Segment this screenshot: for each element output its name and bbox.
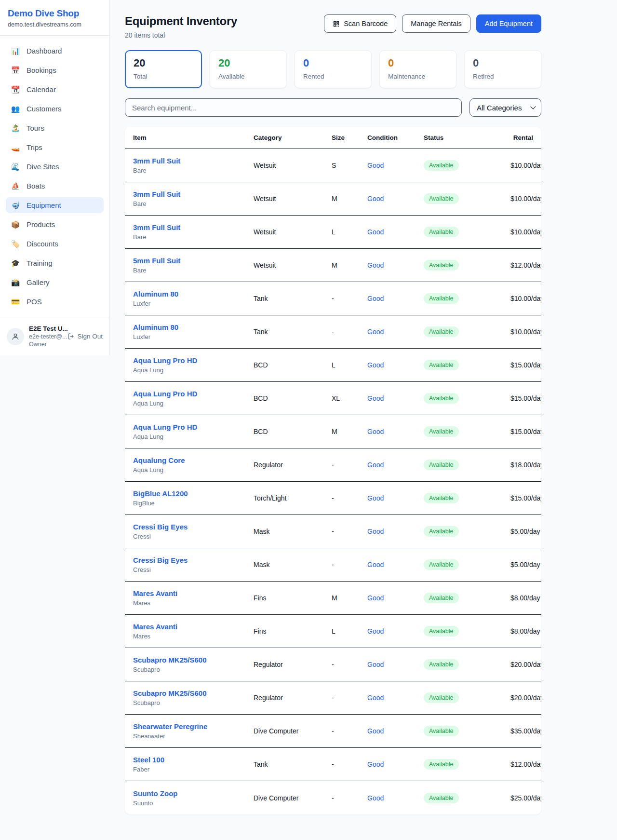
- condition-link[interactable]: Good: [367, 760, 384, 768]
- sidebar-item-dashboard[interactable]: 📊 Dashboard: [6, 43, 104, 59]
- page-title: Equipment Inventory: [125, 14, 237, 28]
- item-name-link[interactable]: 3mm Full Suit: [133, 157, 180, 165]
- scan-barcode-button[interactable]: Scan Barcode: [324, 14, 396, 33]
- stat-card-total[interactable]: 20 Total: [125, 50, 202, 88]
- manage-rentals-button[interactable]: Manage Rentals: [402, 14, 470, 33]
- brand-domain: demo.test.divestreams.com: [8, 21, 102, 28]
- sidebar-item-training[interactable]: 🎓 Training: [6, 255, 104, 271]
- item-category: BCD: [254, 361, 332, 369]
- condition-link[interactable]: Good: [367, 661, 384, 668]
- sidebar-item-label: Training: [27, 259, 53, 267]
- sidebar-item-equipment[interactable]: 🤿 Equipment: [6, 197, 104, 213]
- condition-link[interactable]: Good: [367, 694, 384, 702]
- condition-link[interactable]: Good: [367, 594, 384, 602]
- condition-link[interactable]: Good: [367, 261, 384, 269]
- stat-label: Maintenance: [388, 73, 448, 80]
- sidebar-item-pos[interactable]: 💳 POS: [6, 294, 104, 310]
- sidebar-item-label: Tours: [27, 124, 44, 132]
- item-name-link[interactable]: Aqua Lung Pro HD: [133, 390, 197, 398]
- table-row: BigBlue AL1200 BigBlue Torch/Light - Goo…: [125, 482, 541, 515]
- stat-label: Rented: [303, 73, 363, 80]
- status-badge: Available: [424, 227, 459, 237]
- sidebar-item-label: Customers: [27, 105, 62, 113]
- item-name-link[interactable]: Shearwater Peregrine: [133, 722, 207, 731]
- item-rental: $10.00/day: [510, 328, 541, 336]
- condition-link[interactable]: Good: [367, 794, 384, 802]
- item-name-link[interactable]: Cressi Big Eyes: [133, 556, 188, 564]
- condition-link[interactable]: Good: [367, 428, 384, 435]
- item-name-link[interactable]: Aqualung Core: [133, 456, 185, 464]
- item-category: Regulator: [254, 461, 332, 469]
- stat-card-maintenance[interactable]: 0 Maintenance: [379, 50, 456, 88]
- sidebar-item-trips[interactable]: 🚤 Trips: [6, 139, 104, 155]
- item-name-link[interactable]: Mares Avanti: [133, 589, 177, 597]
- item-name-link[interactable]: 3mm Full Suit: [133, 223, 180, 231]
- stat-card-rented[interactable]: 0 Rented: [295, 50, 372, 88]
- item-category: Tank: [254, 760, 332, 768]
- item-name-link[interactable]: Suunto Zoop: [133, 789, 177, 798]
- condition-link[interactable]: Good: [367, 228, 384, 236]
- barcode-scan-icon: [333, 20, 340, 27]
- item-name-link[interactable]: BigBlue AL1200: [133, 489, 188, 498]
- item-name-link[interactable]: Aluminum 80: [133, 323, 178, 331]
- item-brand: Scubapro: [133, 699, 254, 706]
- sidebar-item-boats[interactable]: ⛵ Boats: [6, 178, 104, 194]
- user-email: e2e-tester@...: [29, 333, 63, 340]
- item-rental: $5.00/day: [510, 561, 540, 569]
- condition-link[interactable]: Good: [367, 461, 384, 469]
- stat-card-available[interactable]: 20 Available: [210, 50, 287, 88]
- condition-link[interactable]: Good: [367, 627, 384, 635]
- item-name-link[interactable]: 3mm Full Suit: [133, 190, 180, 198]
- item-name-link[interactable]: Cressi Big Eyes: [133, 523, 188, 531]
- stat-value: 0: [388, 57, 448, 69]
- item-name-link[interactable]: Scubapro MK25/S600: [133, 656, 207, 664]
- sign-out-button[interactable]: Sign Out: [67, 333, 103, 340]
- sidebar-item-bookings[interactable]: 📅 Bookings: [6, 62, 104, 78]
- sidebar-item-calendar[interactable]: 📆 Calendar: [6, 81, 104, 97]
- stat-label: Retired: [473, 73, 533, 80]
- item-name-link[interactable]: Steel 100: [133, 756, 164, 764]
- sidebar-item-label: Bookings: [27, 66, 56, 74]
- item-category: Tank: [254, 295, 332, 302]
- condition-link[interactable]: Good: [367, 727, 384, 735]
- item-size: S: [332, 162, 367, 169]
- condition-link[interactable]: Good: [367, 195, 384, 203]
- table-row: Cressi Big Eyes Cressi Mask - Good Avail…: [125, 515, 541, 548]
- sidebar-item-dive-sites[interactable]: 🌊 Dive Sites: [6, 159, 104, 175]
- item-name-link[interactable]: Aqua Lung Pro HD: [133, 356, 197, 365]
- item-size: -: [332, 661, 367, 668]
- condition-link[interactable]: Good: [367, 328, 384, 336]
- item-category: Torch/Light: [254, 494, 332, 502]
- item-name-link[interactable]: Scubapro MK25/S600: [133, 689, 207, 697]
- item-brand: Luxfer: [133, 333, 254, 340]
- condition-link[interactable]: Good: [367, 295, 384, 302]
- item-name-link[interactable]: 5mm Full Suit: [133, 257, 180, 265]
- sidebar-item-discounts[interactable]: 🏷️ Discounts: [6, 236, 104, 252]
- sidebar-item-customers[interactable]: 👥 Customers: [6, 101, 104, 117]
- column-header-category: Category: [254, 134, 332, 141]
- search-input[interactable]: [125, 98, 462, 117]
- sidebar-item-gallery[interactable]: 📸 Gallery: [6, 274, 104, 290]
- sidebar-item-label: Discounts: [27, 240, 58, 248]
- condition-link[interactable]: Good: [367, 361, 384, 369]
- stat-card-retired[interactable]: 0 Retired: [464, 50, 541, 88]
- condition-link[interactable]: Good: [367, 162, 384, 169]
- avatar: [7, 328, 24, 345]
- status-badge: Available: [424, 193, 459, 204]
- item-brand: Aqua Lung: [133, 400, 254, 407]
- sidebar-item-tours[interactable]: 🏝️ Tours: [6, 120, 104, 136]
- category-select[interactable]: All Categories: [469, 98, 541, 117]
- condition-link[interactable]: Good: [367, 561, 384, 569]
- add-equipment-button[interactable]: Add Equipment: [476, 14, 541, 33]
- condition-link[interactable]: Good: [367, 528, 384, 535]
- condition-link[interactable]: Good: [367, 494, 384, 502]
- stat-cards: 20 Total 20 Available 0 Rented 0 Mainten…: [125, 50, 541, 88]
- sidebar-item-products[interactable]: 📦 Products: [6, 217, 104, 232]
- item-brand: Aqua Lung: [133, 466, 254, 474]
- condition-link[interactable]: Good: [367, 394, 384, 402]
- item-name-link[interactable]: Aluminum 80: [133, 290, 178, 298]
- item-rental: $20.00/day: [510, 661, 541, 668]
- item-category: Mask: [254, 561, 332, 569]
- item-name-link[interactable]: Aqua Lung Pro HD: [133, 423, 197, 431]
- item-name-link[interactable]: Mares Avanti: [133, 623, 177, 631]
